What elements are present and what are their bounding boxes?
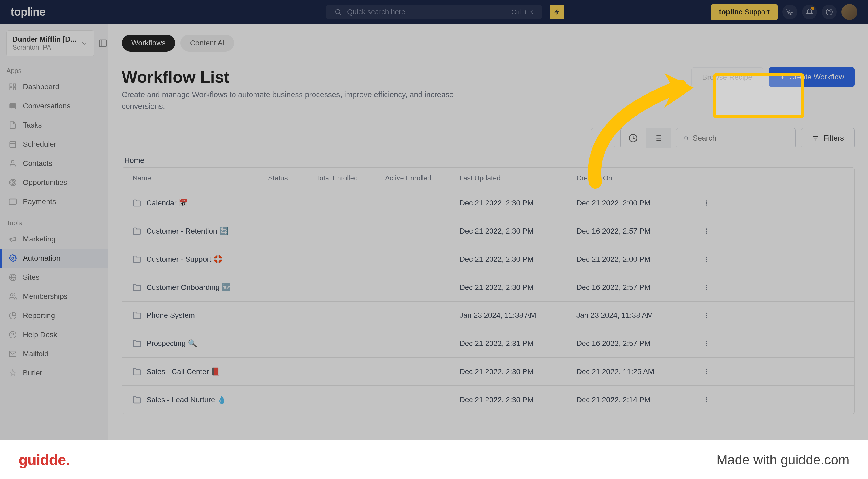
sidebar-item-mailfold[interactable]: Mailfold bbox=[0, 344, 108, 363]
table-row[interactable]: Sales - Call Center 📕 Dec 21 2022, 2:30 … bbox=[122, 358, 855, 386]
help-icon bbox=[8, 330, 18, 340]
sidebar-label: Scheduler bbox=[23, 140, 56, 149]
collapse-sidebar-button[interactable] bbox=[98, 37, 107, 50]
sidebar-item-dashboard[interactable]: Dashboard bbox=[0, 77, 108, 96]
sidebar-item-contacts[interactable]: Contacts bbox=[0, 154, 108, 173]
name-cell: Phone System bbox=[133, 311, 268, 320]
table-row[interactable]: Sales - Lead Nurture 💧 Dec 21 2022, 2:30… bbox=[122, 386, 855, 414]
name-cell: Sales - Call Center 📕 bbox=[133, 367, 268, 376]
table-row[interactable]: Customer - Support 🛟 Dec 21 2022, 2:30 P… bbox=[122, 245, 855, 274]
phone-button[interactable] bbox=[782, 4, 797, 20]
svg-point-42 bbox=[706, 228, 707, 229]
sidebar-label: Help Desk bbox=[23, 330, 57, 339]
user-avatar[interactable] bbox=[841, 4, 857, 20]
row-created: Dec 16 2022, 2:57 PM bbox=[577, 227, 693, 235]
row-menu-button[interactable] bbox=[693, 228, 720, 234]
breadcrumb[interactable]: Home bbox=[122, 156, 855, 165]
row-created: Dec 21 2022, 2:00 PM bbox=[577, 255, 693, 263]
sidebar-item-memberships[interactable]: Memberships bbox=[0, 287, 108, 306]
svg-point-47 bbox=[706, 261, 707, 262]
folder-icon bbox=[133, 339, 141, 348]
search-placeholder: Quick search here bbox=[347, 8, 512, 16]
sidebar-label: Opportunities bbox=[23, 178, 67, 187]
sidebar-item-tasks[interactable]: Tasks bbox=[0, 116, 108, 135]
sidebar-item-automation[interactable]: Automation bbox=[0, 249, 108, 268]
svg-point-53 bbox=[706, 317, 707, 318]
row-menu-button[interactable] bbox=[693, 284, 720, 291]
row-menu-button[interactable] bbox=[693, 340, 720, 347]
filters-button[interactable]: Filters bbox=[801, 128, 855, 148]
svg-point-0 bbox=[336, 9, 340, 14]
svg-rect-8 bbox=[13, 88, 16, 90]
sidebar-label: Conversations bbox=[23, 102, 70, 110]
sidebar-item-opportunities[interactable]: Opportunities bbox=[0, 173, 108, 192]
svg-rect-9 bbox=[10, 141, 16, 148]
support-button[interactable]: topline topline SupportSupport bbox=[711, 4, 778, 20]
sidebar-item-helpdesk[interactable]: Help Desk bbox=[0, 325, 108, 344]
workspace-selector[interactable]: Dunder Mifflin [D... Scranton, PA bbox=[6, 30, 94, 56]
row-updated: Dec 21 2022, 2:31 PM bbox=[460, 339, 577, 348]
sidebar-label: Memberships bbox=[23, 292, 67, 301]
sidebar-item-marketing[interactable]: Marketing bbox=[0, 229, 108, 249]
svg-point-48 bbox=[706, 285, 707, 286]
sidebar-item-sites[interactable]: Sites bbox=[0, 268, 108, 287]
sidebar-section-tools: Tools bbox=[0, 217, 108, 229]
workspace-location: Scranton, PA bbox=[12, 43, 76, 51]
svg-point-46 bbox=[706, 258, 707, 260]
svg-point-22 bbox=[10, 293, 13, 296]
row-updated: Dec 21 2022, 2:30 PM bbox=[460, 199, 577, 207]
svg-rect-7 bbox=[10, 88, 12, 90]
notifications-button[interactable] bbox=[802, 4, 817, 20]
svg-point-39 bbox=[706, 200, 707, 201]
filter-icon bbox=[812, 134, 819, 142]
row-name: Customer Onboarding 🆕 bbox=[147, 283, 231, 292]
tab-workflows[interactable]: Workflows bbox=[122, 35, 175, 52]
sidebar-item-payments[interactable]: Payments bbox=[0, 192, 108, 211]
row-menu-button[interactable] bbox=[693, 199, 720, 206]
svg-point-59 bbox=[706, 373, 707, 374]
svg-rect-17 bbox=[9, 199, 17, 204]
arrow-annotation bbox=[579, 68, 718, 190]
svg-line-1 bbox=[339, 13, 341, 14]
svg-point-60 bbox=[706, 397, 707, 398]
row-name: Customer - Support 🛟 bbox=[147, 255, 223, 263]
highlight-annotation bbox=[713, 73, 804, 118]
col-updated: Last Updated bbox=[460, 174, 577, 182]
row-menu-button[interactable] bbox=[693, 312, 720, 319]
svg-point-61 bbox=[706, 399, 707, 400]
bolt-button[interactable] bbox=[550, 5, 564, 19]
row-menu-button[interactable] bbox=[693, 396, 720, 403]
row-name: Sales - Call Center 📕 bbox=[147, 367, 220, 376]
row-menu-button[interactable] bbox=[693, 368, 720, 375]
global-search[interactable]: Quick search here Ctrl + K bbox=[327, 5, 541, 19]
sidebar-label: Tasks bbox=[23, 121, 42, 129]
help-button[interactable] bbox=[822, 4, 837, 20]
row-menu-button[interactable] bbox=[693, 256, 720, 263]
svg-point-15 bbox=[11, 181, 15, 185]
row-updated: Dec 21 2022, 2:30 PM bbox=[460, 227, 577, 235]
sidebar-item-reporting[interactable]: Reporting bbox=[0, 306, 108, 325]
row-created: Jan 23 2024, 11:38 AM bbox=[577, 311, 693, 320]
svg-point-49 bbox=[706, 287, 707, 288]
sidebar-item-scheduler[interactable]: Scheduler bbox=[0, 135, 108, 154]
sidebar-label: Sites bbox=[23, 273, 39, 282]
table-row[interactable]: Customer - Retention 🔄 Dec 21 2022, 2:30… bbox=[122, 217, 855, 245]
chat-icon bbox=[8, 101, 18, 111]
table-row[interactable]: Phone System Jan 23 2024, 11:38 AM Jan 2… bbox=[122, 301, 855, 329]
mail-icon bbox=[8, 349, 18, 359]
calendar-icon bbox=[8, 139, 18, 149]
table-row[interactable]: Calendar 📅 Dec 21 2022, 2:30 PM Dec 21 2… bbox=[122, 189, 855, 217]
sidebar-item-butler[interactable]: Butler bbox=[0, 363, 108, 383]
table-row[interactable]: Customer Onboarding 🆕 Dec 21 2022, 2:30 … bbox=[122, 274, 855, 301]
megaphone-icon bbox=[8, 234, 18, 244]
globe-icon bbox=[8, 273, 18, 282]
row-name: Customer - Retention 🔄 bbox=[147, 227, 228, 235]
table-row[interactable]: Prospecting 🔍 Dec 21 2022, 2:31 PM Dec 1… bbox=[122, 329, 855, 358]
tab-content-ai[interactable]: Content AI bbox=[181, 35, 235, 52]
name-cell: Customer Onboarding 🆕 bbox=[133, 283, 268, 292]
user-icon bbox=[8, 159, 18, 168]
svg-point-50 bbox=[706, 289, 707, 290]
chevron-down-icon bbox=[81, 40, 88, 47]
name-cell: Customer - Support 🛟 bbox=[133, 255, 268, 263]
sidebar-item-conversations[interactable]: Conversations bbox=[0, 96, 108, 116]
